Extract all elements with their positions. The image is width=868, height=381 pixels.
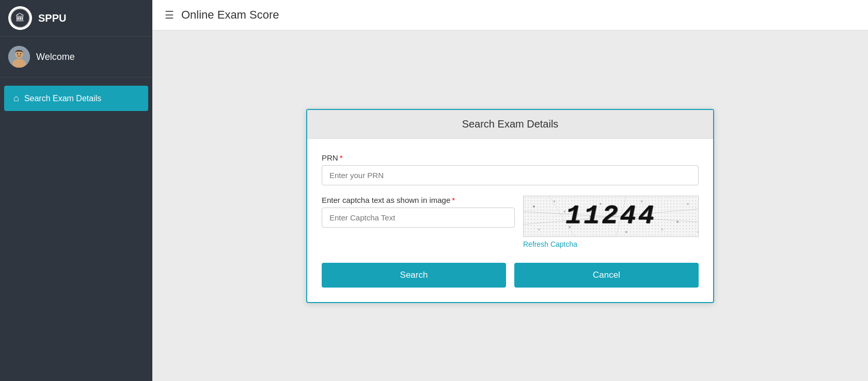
- prn-label: PRN*: [322, 153, 699, 162]
- topbar: ☰ Online Exam Score: [152, 0, 868, 30]
- app-name: SPPU: [38, 12, 66, 24]
- captcha-input-section: Enter captcha text as shown in image*: [322, 196, 515, 238]
- prn-group: PRN*: [322, 153, 699, 185]
- dialog-title: Search Exam Details: [462, 118, 559, 130]
- captcha-row: Enter captcha text as shown in image*: [322, 196, 699, 248]
- svg-point-21: [661, 229, 663, 230]
- captcha-required: *: [452, 196, 455, 204]
- user-name: Welcome: [36, 52, 75, 62]
- captcha-image: 11244: [523, 196, 699, 237]
- dialog-body: PRN* Enter captcha text as shown in imag…: [307, 139, 713, 263]
- dialog-header: Search Exam Details: [307, 110, 713, 139]
- sidebar-nav: ⌂ Search Exam Details: [0, 77, 152, 119]
- dialog-footer: Search Cancel: [307, 263, 713, 302]
- user-section: Welcome: [0, 37, 152, 77]
- avatar: [8, 46, 30, 68]
- sidebar-header: 🏛 SPPU: [0, 0, 152, 37]
- sidebar-item-label: Search Exam Details: [24, 94, 101, 103]
- captcha-input[interactable]: [322, 208, 515, 228]
- hamburger-icon[interactable]: ☰: [165, 9, 174, 21]
- refresh-captcha-link[interactable]: Refresh Captcha: [523, 240, 577, 248]
- cancel-button[interactable]: Cancel: [514, 263, 699, 288]
- captcha-group: Enter captcha text as shown in image*: [322, 196, 515, 228]
- svg-point-25: [697, 231, 698, 233]
- search-button[interactable]: Search: [322, 263, 506, 288]
- page-body: Search Exam Details PRN* Enter captcha t…: [152, 30, 868, 381]
- main-content: ☰ Online Exam Score Search Exam Details …: [152, 0, 868, 381]
- svg-point-11: [533, 205, 535, 207]
- svg-point-19: [538, 229, 540, 230]
- page-title: Online Exam Score: [181, 8, 279, 22]
- prn-input[interactable]: [322, 165, 699, 185]
- home-icon: ⌂: [13, 93, 19, 104]
- required-indicator: *: [340, 153, 343, 162]
- captcha-label: Enter captcha text as shown in image*: [322, 196, 515, 204]
- svg-point-17: [676, 220, 678, 223]
- svg-point-18: [687, 203, 689, 204]
- svg-text:🏛: 🏛: [15, 12, 25, 23]
- search-exam-dialog: Search Exam Details PRN* Enter captcha t…: [306, 109, 714, 303]
- sidebar: 🏛 SPPU Welcome ⌂ Search Exam Details: [0, 0, 152, 381]
- svg-point-12: [554, 200, 555, 202]
- sidebar-item-search-exam[interactable]: ⌂ Search Exam Details: [4, 86, 148, 111]
- captcha-image-container: 11244 Refresh Captcha: [523, 196, 699, 248]
- svg-point-5: [17, 53, 18, 54]
- svg-point-6: [20, 53, 21, 54]
- app-logo: 🏛: [8, 6, 32, 30]
- captcha-display-value: 11244: [565, 201, 656, 231]
